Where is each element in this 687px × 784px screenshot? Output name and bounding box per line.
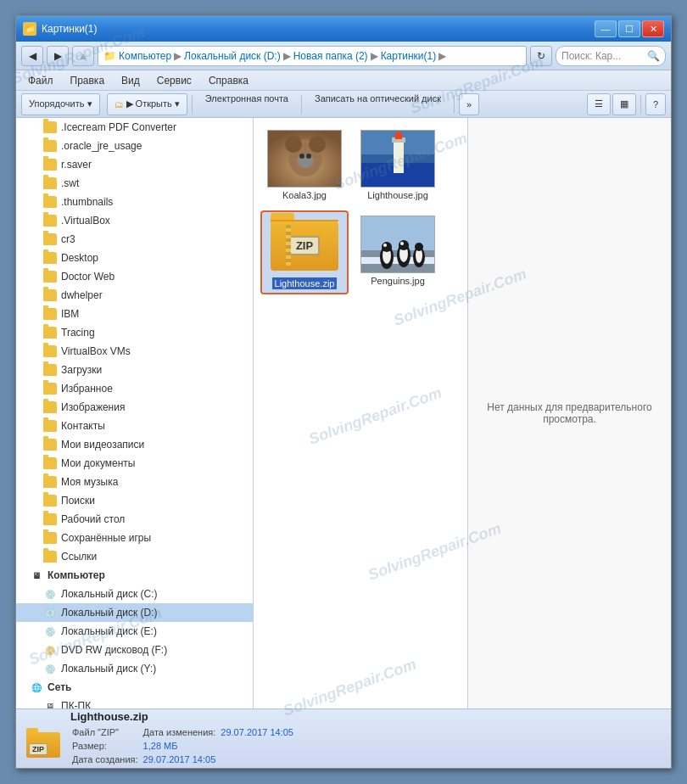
path-part-2[interactable]: Локальный диск (D:) [184, 50, 281, 62]
no-preview-text: Нет данных для предварительного просмотр… [485, 401, 654, 425]
svg-point-18 [382, 242, 392, 252]
sidebar-item-images[interactable]: Изображения [16, 398, 253, 417]
sidebar-item-network[interactable]: 🌐 Сеть [16, 678, 253, 697]
folder-icon [43, 457, 57, 469]
path-sep-1: ▶ [174, 50, 182, 62]
sidebar-item-savedgames[interactable]: Сохранённые игры [16, 529, 253, 547]
sidebar-item-desktop[interactable]: Desktop [16, 249, 253, 267]
sidebar-item-favorites[interactable]: Избранное [16, 379, 253, 398]
path-part-4[interactable]: Картинки(1) [381, 50, 437, 62]
sidebar-item-downloads[interactable]: Загрузки [16, 361, 253, 379]
maximize-button[interactable]: ☐ [618, 20, 640, 37]
folder-icon [43, 439, 57, 451]
explorer-window: 📁 Картинки(1) — ☐ ✕ ◀ ▶ ▲ 📁 Компьютер ▶ … [15, 15, 672, 769]
more-button[interactable]: » [459, 93, 479, 115]
menu-file[interactable]: Файл [21, 73, 60, 88]
sidebar-item-oracle[interactable]: .oracle_jre_usage [16, 137, 253, 155]
status-info: Lighthouse.zip Файл "ZIP" Дата изменения… [70, 710, 662, 767]
sidebar-item-swt[interactable]: .swt [16, 174, 253, 193]
sidebar-item-icecream[interactable]: .Icecream PDF Converter [16, 118, 253, 137]
menu-view[interactable]: Вид [114, 73, 147, 88]
sidebar-item-doctorweb[interactable]: Doctor Web [16, 267, 253, 286]
file-item-lighthouse[interactable]: Lighthouse.jpg [355, 126, 440, 204]
open-icon: 🗂 [114, 99, 124, 109]
status-zip-icon: ZIP [25, 720, 62, 758]
organize-button[interactable]: Упорядочить ▾ [21, 93, 100, 115]
sidebar-label: .VirtualBox [61, 215, 110, 227]
sidebar-item-thumbnails[interactable]: .thumbnails [16, 193, 253, 211]
sidebar-item-computer[interactable]: 🖥 Компьютер [16, 566, 253, 585]
sidebar-item-links[interactable]: Ссылки [16, 547, 253, 566]
sidebar-item-dwhelper[interactable]: dwhelper [16, 286, 253, 305]
file-name-penguins: Penguins.jpg [371, 276, 425, 286]
sidebar-item-tracing[interactable]: Tracing [16, 323, 253, 342]
menu-help[interactable]: Справка [202, 73, 255, 88]
path-part-1[interactable]: Компьютер [119, 50, 171, 62]
minimize-button[interactable]: — [595, 20, 617, 37]
open-button[interactable]: 🗂 ▶ Открыть ▾ [107, 93, 187, 115]
sidebar-item-drive-c[interactable]: 💿 Локальный диск (C:) [16, 585, 253, 603]
sidebar-label: Избранное [61, 383, 113, 395]
file-name-lighthouse: Lighthouse.jpg [367, 190, 428, 200]
folder-icon [43, 513, 57, 525]
sidebar-label: Ссылки [61, 551, 97, 563]
sidebar-item-virtualbox[interactable]: .VirtualBox [16, 211, 253, 230]
sidebar-item-rsaver[interactable]: r.saver [16, 155, 253, 174]
folder-icon [43, 252, 57, 264]
window-title: Картинки(1) [42, 23, 595, 35]
sidebar-item-drive-e[interactable]: 💿 Локальный диск (E:) [16, 622, 253, 641]
right-panel: Koala3.jpg [254, 118, 671, 708]
file-item-lighthouse-zip[interactable]: ZIP Lighthouse.zip [262, 212, 347, 293]
folder-icon [43, 308, 57, 320]
search-icon: 🔍 [647, 50, 660, 62]
svg-rect-10 [394, 139, 404, 173]
sidebar-item-drive-d[interactable]: 💿 Локальный диск (D:) [16, 603, 253, 622]
sidebar-item-videos[interactable]: Мои видеозаписи [16, 435, 253, 454]
sidebar-item-virtualboxvms[interactable]: VirtualBox VMs [16, 342, 253, 361]
help-button[interactable]: ? [645, 93, 666, 115]
views-button[interactable]: ☰ [587, 93, 611, 115]
email-button[interactable]: Электронная почта [197, 93, 297, 115]
sidebar-label: .thumbnails [61, 196, 113, 208]
address-path[interactable]: 📁 Компьютер ▶ Локальный диск (D:) ▶ Нова… [98, 46, 527, 66]
close-button[interactable]: ✕ [642, 20, 664, 37]
search-box[interactable]: Поиск: Кар... 🔍 [556, 46, 666, 66]
sidebar-item-music[interactable]: Моя музыка [16, 473, 253, 491]
views2-button[interactable]: ▦ [612, 93, 636, 115]
menu-edit[interactable]: Правка [64, 73, 112, 88]
sidebar-label: Моя музыка [61, 476, 118, 488]
status-created-label: Дата создания: [72, 753, 142, 765]
file-name-lighthouse-zip: Lighthouse.zip [272, 277, 338, 289]
sidebar-item-pc-pc[interactable]: 🖥 ПК-ПК [16, 697, 253, 708]
menu-tools[interactable]: Сервис [150, 73, 198, 88]
folder-icon [43, 383, 57, 395]
sidebar-item-documents[interactable]: Мои документы [16, 454, 253, 473]
sidebar-item-searches[interactable]: Поиски [16, 491, 253, 510]
penguins-thumbnail [360, 216, 435, 273]
lighthouse-thumbnail [360, 130, 435, 188]
svg-point-5 [299, 154, 304, 159]
back-button[interactable]: ◀ [21, 46, 43, 66]
path-part-3[interactable]: Новая папка (2) [293, 50, 368, 62]
drive-icon: 💿 [43, 663, 57, 675]
sidebar-item-cr3[interactable]: cr3 [16, 230, 253, 249]
toolbar-sep-2 [301, 95, 302, 114]
sidebar-item-contacts[interactable]: Контакты [16, 417, 253, 435]
folder-icon [43, 121, 57, 133]
zip-icon: ZIP [266, 216, 343, 275]
sidebar-label: Контакты [61, 420, 105, 432]
forward-button[interactable]: ▶ [47, 46, 69, 66]
burn-button[interactable]: Записать на оптический диск [306, 93, 450, 115]
sidebar-item-desktop2[interactable]: Рабочий стол [16, 510, 253, 529]
sidebar-item-dvd-f[interactable]: 📀 DVD RW дисковод (F:) [16, 641, 253, 659]
sidebar-label: IBM [61, 308, 79, 320]
refresh-button[interactable]: ↻ [530, 46, 552, 66]
path-sep-2: ▶ [283, 50, 291, 62]
zip-folder-shape: ZIP [271, 220, 338, 271]
sidebar-item-drive-y[interactable]: 💿 Локальный диск (Y:) [16, 659, 253, 678]
status-size-value: 1,28 МБ [143, 740, 297, 752]
sidebar-label: Мои документы [61, 457, 135, 469]
file-item-penguins[interactable]: Penguins.jpg [355, 212, 440, 293]
file-item-koala[interactable]: Koala3.jpg [262, 126, 347, 204]
sidebar-item-ibm[interactable]: IBM [16, 305, 253, 323]
